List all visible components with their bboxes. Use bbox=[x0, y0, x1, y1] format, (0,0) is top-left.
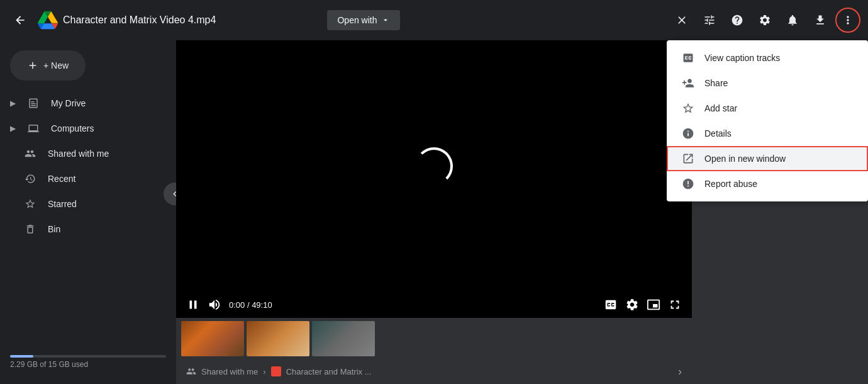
expand-arrow: ▶ bbox=[10, 99, 16, 108]
captions-button[interactable] bbox=[604, 298, 618, 312]
my-drive-icon bbox=[26, 98, 41, 109]
notifications-button[interactable] bbox=[780, 8, 805, 33]
starred-icon bbox=[23, 198, 38, 210]
menu-label-share: Share bbox=[704, 78, 728, 88]
pause-button[interactable] bbox=[186, 298, 200, 312]
sidebar-item-bin-label: Bin bbox=[48, 224, 60, 234]
menu-label-view-captions: View caption tracks bbox=[704, 53, 780, 63]
storage-bar-fill bbox=[10, 355, 33, 358]
context-menu: View caption tracks Share Add star Detai… bbox=[667, 40, 868, 201]
download-button[interactable] bbox=[808, 8, 833, 33]
top-bar: Character and Matrix Video 4.mp4 Open wi… bbox=[0, 0, 868, 40]
thumbnail-3[interactable] bbox=[312, 321, 375, 356]
sidebar-item-bin[interactable]: Bin bbox=[0, 217, 166, 242]
sidebar-item-recent[interactable]: Recent bbox=[0, 166, 166, 191]
settings-button[interactable] bbox=[752, 8, 777, 33]
thumbnail-1[interactable] bbox=[181, 321, 244, 356]
video-controls: 0:00 / 49:10 bbox=[176, 291, 692, 318]
storage-bar bbox=[10, 355, 166, 358]
breadcrumb-folder[interactable]: Character and Matrix ... bbox=[286, 367, 372, 376]
sidebar-item-starred[interactable]: Starred bbox=[0, 191, 166, 217]
sidebar-item-computers-label: Computers bbox=[51, 123, 94, 133]
menu-item-open-new-window[interactable]: Open in new window bbox=[667, 146, 868, 171]
help-button[interactable] bbox=[725, 8, 750, 33]
thumbnails-row bbox=[176, 318, 692, 359]
close-button[interactable] bbox=[669, 8, 694, 33]
drive-logo bbox=[38, 10, 58, 30]
shared-icon bbox=[23, 148, 38, 159]
new-button[interactable]: + New bbox=[10, 50, 86, 81]
breadcrumb-bar: Shared with me › Character and Matrix ..… bbox=[176, 359, 692, 384]
miniplayer-button[interactable] bbox=[647, 298, 660, 312]
open-with-button[interactable]: Open with bbox=[327, 10, 399, 30]
menu-item-report-abuse[interactable]: Report abuse bbox=[667, 171, 868, 196]
sidebar-item-my-drive[interactable]: ▶ My Drive bbox=[0, 91, 166, 116]
storage-text: 2.29 GB of 15 GB used bbox=[10, 360, 166, 369]
share-icon bbox=[682, 77, 694, 89]
sidebar-item-shared-label: Shared with me bbox=[48, 149, 109, 159]
back-button[interactable] bbox=[8, 8, 33, 33]
menu-item-details[interactable]: Details bbox=[667, 121, 868, 146]
sidebar-item-computers[interactable]: ▶ Computers bbox=[0, 116, 166, 141]
cc-icon bbox=[682, 52, 694, 64]
thumbnail-2[interactable] bbox=[247, 321, 309, 356]
menu-label-open-new-window: Open in new window bbox=[704, 154, 786, 164]
menu-label-add-star: Add star bbox=[704, 103, 737, 113]
sidebar-item-my-drive-label: My Drive bbox=[51, 98, 86, 108]
open-in-new-icon bbox=[682, 152, 694, 165]
menu-label-details: Details bbox=[704, 128, 732, 138]
computers-icon bbox=[26, 123, 41, 134]
menu-item-share[interactable]: Share bbox=[667, 71, 868, 96]
video-area: 0:00 / 49:10 bbox=[176, 40, 692, 384]
file-title: Character and Matrix Video 4.mp4 bbox=[63, 14, 322, 26]
top-bar-actions bbox=[669, 8, 860, 33]
video-player[interactable] bbox=[176, 40, 692, 291]
breadcrumb-separator: › bbox=[263, 367, 265, 376]
settings-video-button[interactable] bbox=[625, 298, 639, 312]
time-display: 0:00 / 49:10 bbox=[229, 300, 272, 310]
sidebar-item-recent-label: Recent bbox=[48, 174, 75, 184]
sidebar: + New ▶ My Drive ▶ Computers bbox=[0, 40, 176, 384]
bin-icon bbox=[23, 223, 38, 235]
menu-label-report-abuse: Report abuse bbox=[704, 179, 757, 189]
menu-item-view-captions[interactable]: View caption tracks bbox=[667, 45, 868, 71]
menu-item-add-star[interactable]: Add star bbox=[667, 96, 868, 121]
storage-section: 2.29 GB of 15 GB used bbox=[0, 340, 176, 379]
more-options-button[interactable] bbox=[835, 8, 860, 33]
folder-icon bbox=[271, 366, 281, 376]
breadcrumb-scroll-right[interactable]: › bbox=[678, 365, 682, 378]
star-icon bbox=[682, 102, 694, 115]
sidebar-item-starred-label: Starred bbox=[48, 199, 77, 209]
sidebar-item-shared[interactable]: Shared with me bbox=[0, 141, 166, 166]
loading-spinner bbox=[415, 147, 453, 185]
expand-arrow-computers: ▶ bbox=[10, 124, 16, 133]
info-icon bbox=[682, 127, 694, 140]
video-controls-right bbox=[604, 298, 682, 312]
mixer-button[interactable] bbox=[697, 8, 722, 33]
recent-icon bbox=[23, 173, 38, 184]
shared-with-me-icon bbox=[186, 366, 196, 376]
breadcrumb-shared[interactable]: Shared with me bbox=[201, 367, 258, 376]
fullscreen-button[interactable] bbox=[668, 298, 682, 312]
volume-button[interactable] bbox=[208, 298, 221, 312]
report-icon bbox=[682, 178, 694, 190]
